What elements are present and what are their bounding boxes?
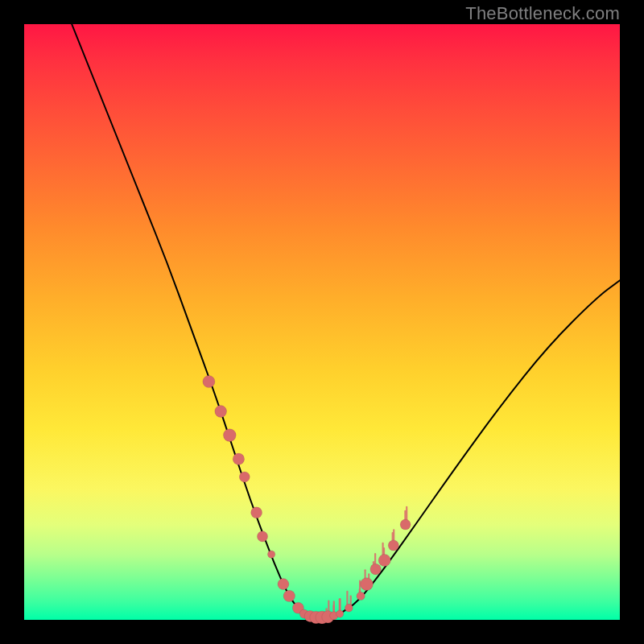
marker-point bbox=[370, 564, 382, 575]
marker-point bbox=[223, 429, 236, 442]
marker-fuzz bbox=[327, 507, 407, 616]
marker-group bbox=[203, 375, 411, 624]
marker-point bbox=[283, 590, 295, 601]
marker-point bbox=[257, 531, 267, 542]
marker-point bbox=[251, 507, 262, 518]
chart-svg bbox=[24, 24, 620, 620]
plot-area bbox=[24, 24, 620, 620]
marker-point bbox=[400, 519, 411, 530]
bottleneck-curve bbox=[72, 24, 620, 620]
marker-point bbox=[357, 592, 365, 600]
marker-point bbox=[378, 554, 390, 566]
marker-point bbox=[361, 578, 374, 591]
watermark-text: TheBottleneck.com bbox=[465, 3, 620, 24]
marker-point bbox=[267, 551, 275, 558]
marker-point bbox=[388, 540, 398, 551]
marker-point bbox=[336, 610, 344, 617]
chart-frame: TheBottleneck.com bbox=[0, 0, 644, 644]
marker-point bbox=[203, 375, 215, 387]
marker-point bbox=[239, 472, 250, 482]
marker-point bbox=[278, 579, 289, 590]
marker-point bbox=[345, 604, 353, 612]
marker-point bbox=[233, 453, 244, 464]
marker-point bbox=[215, 406, 227, 418]
